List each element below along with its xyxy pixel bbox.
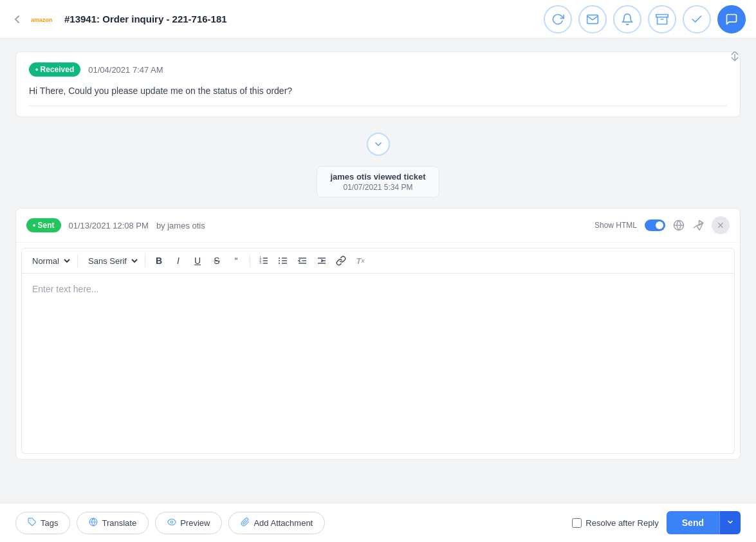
refresh-button[interactable] bbox=[544, 5, 572, 33]
chat-button[interactable] bbox=[717, 5, 746, 33]
indent-right-button[interactable] bbox=[313, 252, 330, 269]
ticket-event: james otis viewed ticket 01/07/2021 5:34… bbox=[15, 161, 741, 208]
tags-icon bbox=[28, 518, 37, 528]
toolbar-divider-2 bbox=[145, 254, 145, 267]
tags-label: Tags bbox=[41, 518, 58, 528]
collapse-button[interactable] bbox=[367, 133, 390, 156]
message-divider bbox=[29, 106, 727, 106]
svg-text:3.: 3. bbox=[259, 261, 262, 265]
link-button[interactable] bbox=[333, 252, 349, 269]
svg-point-18 bbox=[279, 263, 280, 264]
unordered-list-button[interactable] bbox=[275, 252, 291, 269]
translate-label: Translate bbox=[102, 518, 136, 528]
svg-rect-1 bbox=[656, 14, 668, 17]
translate-icon bbox=[89, 518, 98, 528]
main-content: • Received 01/04/2021 7:47 AM Hi There, … bbox=[0, 39, 756, 542]
ticket-event-time: 01/07/2021 5:34 PM bbox=[330, 183, 425, 192]
resolve-text: Resolve after Reply bbox=[585, 518, 658, 528]
sent-author: by james otis bbox=[156, 221, 205, 230]
send-group: Send bbox=[667, 511, 741, 534]
received-timestamp: 01/04/2021 7:47 AM bbox=[88, 65, 163, 75]
attachment-icon bbox=[241, 518, 250, 528]
email-button[interactable] bbox=[578, 5, 607, 33]
underline-button[interactable]: U bbox=[189, 252, 206, 269]
reply-card-actions: Show HTML ✕ bbox=[595, 216, 730, 234]
bottom-right: Resolve after Reply Send bbox=[572, 511, 741, 534]
check-button[interactable] bbox=[683, 5, 711, 33]
sent-timestamp: 01/13/2021 12:08 PM bbox=[69, 221, 149, 230]
svg-point-17 bbox=[279, 260, 280, 261]
resolve-checkbox[interactable] bbox=[572, 518, 582, 528]
strikethrough-button[interactable]: S bbox=[208, 252, 225, 269]
preview-label: Preview bbox=[180, 518, 210, 528]
globe-button[interactable] bbox=[673, 220, 685, 231]
header: amazon #13941: Order inquiry - 221-716-1… bbox=[0, 0, 756, 39]
ordered-list-button[interactable]: 1. 2. 3. bbox=[255, 252, 272, 269]
received-message-card: • Received 01/04/2021 7:47 AM Hi There, … bbox=[15, 51, 741, 117]
toolbar-divider-1 bbox=[77, 254, 78, 267]
editor-toolbar: Normal Sans Serif B I U S “ 1. 2. bbox=[21, 248, 735, 274]
archive-button[interactable] bbox=[648, 5, 676, 33]
send-button[interactable]: Send bbox=[667, 511, 719, 534]
received-badge: • Received bbox=[29, 62, 80, 77]
back-button[interactable] bbox=[10, 13, 23, 26]
translate-button[interactable]: Translate bbox=[77, 512, 149, 534]
svg-point-28 bbox=[171, 521, 173, 523]
ticket-event-title: james otis viewed ticket bbox=[330, 172, 425, 182]
editor-placeholder: Enter text here... bbox=[32, 284, 99, 294]
reply-card-header: • Sent 01/13/2021 12:08 PM by james otis… bbox=[16, 209, 740, 243]
resolve-label[interactable]: Resolve after Reply bbox=[572, 518, 658, 528]
sent-badge: • Sent bbox=[26, 218, 61, 232]
indent-left-button[interactable] bbox=[294, 252, 311, 269]
received-message-body: Hi There, Could you please update me on … bbox=[29, 84, 727, 98]
bottom-actions-bar: Tags Translate Preview Add Attachment bbox=[0, 503, 756, 542]
header-left: amazon #13941: Order inquiry - 221-716-1… bbox=[10, 12, 544, 27]
message-header-received: • Received 01/04/2021 7:47 AM bbox=[29, 62, 727, 77]
svg-line-6 bbox=[694, 226, 697, 228]
tags-button[interactable]: Tags bbox=[15, 512, 70, 534]
editor-wrapper: Normal Sans Serif B I U S “ 1. 2. bbox=[16, 243, 740, 459]
svg-text:amazon: amazon bbox=[31, 16, 53, 23]
preview-button[interactable]: Preview bbox=[155, 512, 222, 534]
add-attachment-label: Add Attachment bbox=[254, 518, 313, 528]
sort-button[interactable] bbox=[729, 51, 741, 63]
svg-point-16 bbox=[279, 257, 280, 259]
show-html-label: Show HTML bbox=[595, 221, 637, 230]
preview-icon bbox=[167, 518, 176, 528]
italic-button[interactable]: I bbox=[170, 252, 187, 269]
ticket-title: #13941: Order inquiry - 221-716-181 bbox=[64, 14, 227, 24]
font-select[interactable]: Sans Serif bbox=[83, 254, 140, 268]
bold-button[interactable]: B bbox=[151, 252, 167, 269]
collapse-area bbox=[15, 127, 741, 161]
send-caret-button[interactable] bbox=[719, 511, 741, 534]
share-button[interactable] bbox=[692, 220, 704, 231]
editor-body[interactable]: Enter text here... bbox=[21, 274, 735, 454]
close-button[interactable]: ✕ bbox=[712, 216, 730, 234]
show-html-toggle[interactable] bbox=[645, 220, 665, 231]
bell-button[interactable] bbox=[613, 5, 641, 33]
add-attachment-button[interactable]: Add Attachment bbox=[228, 512, 325, 534]
ticket-event-box: james otis viewed ticket 01/07/2021 5:34… bbox=[317, 166, 439, 198]
clear-format-button[interactable]: Tx bbox=[352, 252, 369, 269]
toolbar-divider-3 bbox=[250, 254, 250, 267]
amazon-logo: amazon bbox=[31, 12, 57, 27]
reply-card: • Sent 01/13/2021 12:08 PM by james otis… bbox=[15, 208, 741, 460]
format-select[interactable]: Normal bbox=[27, 254, 72, 268]
quote-button[interactable]: “ bbox=[228, 252, 244, 269]
header-actions bbox=[544, 5, 746, 33]
